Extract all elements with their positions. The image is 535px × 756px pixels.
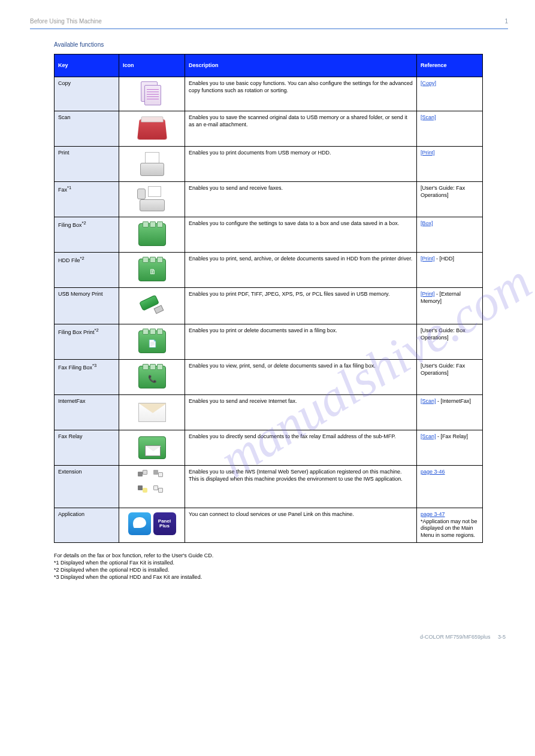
icon-cell [119,288,185,324]
ref-link[interactable]: [Print] [421,150,435,156]
table-row: USB Memory Print Enables you to print PD… [55,288,483,324]
table-row: Print Enables you to print documents fro… [55,147,483,182]
icon-cell [119,466,185,508]
hddfile-icon: 🗎 [138,259,166,281]
col-ref: Reference [417,54,483,77]
table-row: Filing Box Print*2 📄 Enables you to prin… [55,324,483,360]
ref-cell: [Print] - [External Memory] [417,288,483,324]
table-row: Scan Enables you to save the scanned ori… [55,111,483,147]
desc-cell: Enables you to use basic copy functions.… [185,77,417,111]
ref-text: *Application may not be displayed on the… [421,518,477,538]
key-cell: USB Memory Print [55,288,119,324]
ref-cell: [Print] - [HDD] [417,253,483,288]
footer-model: d-COLOR MF759/MF659plus [420,634,491,640]
key-cell: Fax Relay [55,430,119,466]
key-cell: Fax*1 [55,182,119,217]
key-cell: Scan [55,111,119,147]
ref-cell: page 3-47 *Application may not be displa… [417,508,483,543]
desc-cell: Enables you to send and receive Internet… [185,395,417,430]
ref-link[interactable]: [Scan] [421,433,436,439]
ref-text: [User's Guide: Fax Operations] [421,185,465,198]
ref-cell: [User's Guide: Fax Operations] [417,360,483,395]
desc-cell: Enables you to print, send, archive, or … [185,253,417,288]
footer: d-COLOR MF759/MF659plus 3-5 [30,634,508,640]
filingprint-icon: 📄 [138,330,166,353]
ref-link[interactable]: [Box] [421,220,433,226]
icon-cell: 📄 [119,324,185,360]
ref-cell: [Scan] - [InternetFax] [417,395,483,430]
key-cell: Copy [55,77,119,111]
section-title: Available functions [54,41,508,48]
col-desc: Description [185,54,417,77]
ref-cell: [User's Guide: Box Operations] [417,324,483,360]
icon-cell [119,395,185,430]
table-row: Copy Enables you to use basic copy funct… [55,77,483,111]
icon-cell [119,77,185,111]
page-header: Before Using This Machine 1 [30,18,508,29]
col-icon: Icon [119,54,185,77]
ref-cell: [Box] [417,217,483,253]
table-row: Fax Relay Enables you to directly send d… [55,430,483,466]
ref-cell: [User's Guide: Fax Operations] [417,182,483,217]
ref-text: [User's Guide: Box Operations] [421,327,466,341]
desc-cell: Enables you to configure the settings to… [185,217,417,253]
table-row: InternetFax Enables you to send and rece… [55,395,483,430]
icon-cell [119,111,185,147]
desc-cell: Enables you to send and receive faxes. [185,182,417,217]
desc-cell: Enables you to use the IWS (Internal Web… [185,466,417,508]
copy-icon [138,80,166,108]
desc-cell: Enables you to print PDF, TIFF, JPEG, XP… [185,288,417,324]
ref-cell: [Print] [417,147,483,182]
key-cell: Extension [55,466,119,508]
faxbox-icon: 📞 [138,366,166,388]
ref-link[interactable]: [Print] [421,291,435,297]
key-cell: Filing Box Print*2 [55,324,119,360]
ref-link[interactable]: [Copy] [421,80,436,86]
ref-cell: [Copy] [417,77,483,111]
icon-cell: 🗎 [119,253,185,288]
ref-text: [User's Guide: Fax Operations] [421,363,465,376]
footer-page: 3-5 [498,634,506,640]
key-cell: Filing Box*2 [55,217,119,253]
ref-text: - [InternetFax] [436,398,471,404]
key-cell: Fax Filing Box*3 [55,360,119,395]
page: Before Using This Machine 1 Available fu… [0,0,535,658]
key-cell: Print [55,147,119,182]
desc-cell: Enables you to view, print, send, or del… [185,360,417,395]
print-icon [138,152,166,176]
functions-table: Key Icon Description Reference Copy Enab… [54,54,483,543]
table-row: Application Panel Plus You can connect t… [55,508,483,543]
ref-cell: [Scan] [417,111,483,147]
key-cell: HDD File*2 [55,253,119,288]
header-right: 1 [504,18,508,25]
header-left: Before Using This Machine [30,18,102,25]
application-icon: Panel Plus [127,512,177,536]
desc-cell: Enables you to print documents from USB … [185,147,417,182]
ref-text: - [Fax Relay] [436,433,468,439]
desc-cell: You can connect to cloud services or use… [185,508,417,543]
filingbox-icon [138,223,166,246]
ref-link[interactable]: [Scan] [421,398,436,404]
table-row: Filing Box*2 Enables you to configure th… [55,217,483,253]
fax-icon [137,187,167,211]
scan-icon [137,119,167,139]
desc-cell: Enables you to print or delete documents… [185,324,417,360]
key-cell: InternetFax [55,395,119,430]
ref-link[interactable]: [Scan] [421,114,436,120]
table-row: Extension Enables you to use the IWS (In… [55,466,483,508]
table-row: Fax*1 Enables you to send and receive fa… [55,182,483,217]
icon-cell: Panel Plus [119,508,185,543]
col-key: Key [55,54,119,77]
table-header-row: Key Icon Description Reference [55,54,483,77]
table-row: Fax Filing Box*3 📞 Enables you to view, … [55,360,483,395]
icon-cell [119,217,185,253]
icon-cell: 📞 [119,360,185,395]
ref-cell: page 3-46 [417,466,483,508]
icon-cell [119,430,185,466]
ref-link[interactable]: page 3-47 [421,511,445,517]
icon-cell [119,182,185,217]
ref-link[interactable]: page 3-46 [421,469,445,475]
ref-text: - [HDD] [435,256,455,262]
desc-cell: Enables you to directly send documents t… [185,430,417,466]
ref-link[interactable]: [Print] [421,256,435,262]
